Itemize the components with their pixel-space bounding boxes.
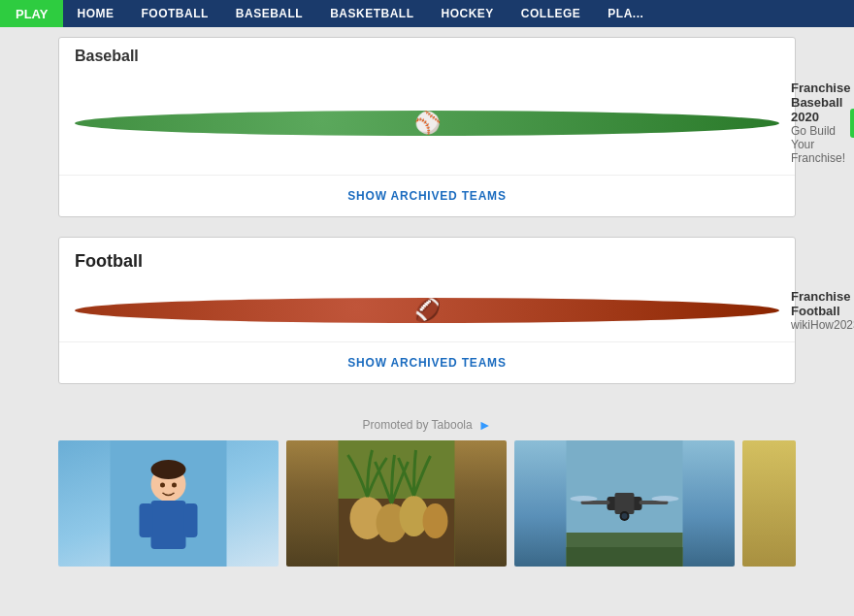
football-section-card: Football 🏈 Franchise Football wikiHow202… xyxy=(58,237,796,384)
promoted-bar: Promoted by Taboola ► xyxy=(58,404,796,440)
football-game-row: 🏈 Franchise Football wikiHow2023 ARCHIVE xyxy=(59,279,795,342)
svg-point-13 xyxy=(422,503,447,538)
nav-more[interactable]: PLA... xyxy=(594,0,657,27)
baseball-play-button[interactable]: PLAY xyxy=(850,109,854,138)
baseball-section-title: Baseball xyxy=(59,38,795,71)
svg-point-6 xyxy=(160,483,165,488)
nav-home[interactable]: HOME xyxy=(63,0,127,27)
svg-rect-16 xyxy=(614,493,634,514)
ad-image-drone xyxy=(514,440,735,567)
football-icon: 🏈 xyxy=(414,298,441,323)
nav-basketball[interactable]: BASKETBALL xyxy=(316,0,427,27)
svg-rect-2 xyxy=(150,501,185,549)
ad-row xyxy=(58,440,796,567)
football-game-subtitle: wikiHow2023 xyxy=(791,318,854,332)
football-show-archived[interactable]: SHOW ARCHIVED TEAMS xyxy=(59,342,795,383)
baseball-icon: ⚾ xyxy=(414,111,441,136)
baseball-game-avatar: ⚾ xyxy=(75,111,779,136)
nav-college[interactable]: COLLEGE xyxy=(508,0,595,27)
svg-point-22 xyxy=(621,513,627,519)
football-game-info: Franchise Football wikiHow2023 xyxy=(791,289,854,332)
ad-image-veggies xyxy=(286,440,507,567)
baseball-game-row: ⚾ Franchise Baseball 2020 Go Build Your … xyxy=(59,71,795,176)
taboola-icon: ► xyxy=(478,417,492,433)
football-section-title: Football xyxy=(59,238,795,279)
baseball-game-subtitle: Go Build Your Franchise! xyxy=(791,124,850,165)
nav-hockey[interactable]: HOCKEY xyxy=(427,0,507,27)
nav-bar: PLAY HOME FOOTBALL BASEBALL BASKETBALL H… xyxy=(0,0,854,27)
baseball-section-card: Baseball ⚾ Franchise Baseball 2020 Go Bu… xyxy=(58,37,796,217)
svg-rect-3 xyxy=(139,503,152,537)
svg-rect-24 xyxy=(566,547,682,567)
nav-baseball[interactable]: BASEBALL xyxy=(222,0,316,27)
main-content: Baseball ⚾ Franchise Baseball 2020 Go Bu… xyxy=(0,27,854,576)
svg-point-19 xyxy=(570,496,597,502)
promoted-label: Promoted by Taboola xyxy=(362,418,472,432)
baseball-game-info: Franchise Baseball 2020 Go Build Your Fr… xyxy=(791,81,850,165)
nav-play-button[interactable]: PLAY xyxy=(0,0,63,27)
baseball-show-archived[interactable]: SHOW ARCHIVED TEAMS xyxy=(59,176,795,216)
football-game-avatar: 🏈 xyxy=(75,298,779,323)
svg-point-7 xyxy=(172,483,177,488)
svg-rect-4 xyxy=(183,503,197,537)
nav-football[interactable]: FOOTBALL xyxy=(127,0,221,27)
ad-image-partial xyxy=(742,440,796,567)
svg-point-5 xyxy=(150,460,185,479)
baseball-game-title: Franchise Baseball 2020 xyxy=(791,81,850,124)
ad-image-child xyxy=(58,440,279,567)
svg-point-20 xyxy=(651,496,678,502)
football-game-title: Franchise Football xyxy=(791,289,854,318)
